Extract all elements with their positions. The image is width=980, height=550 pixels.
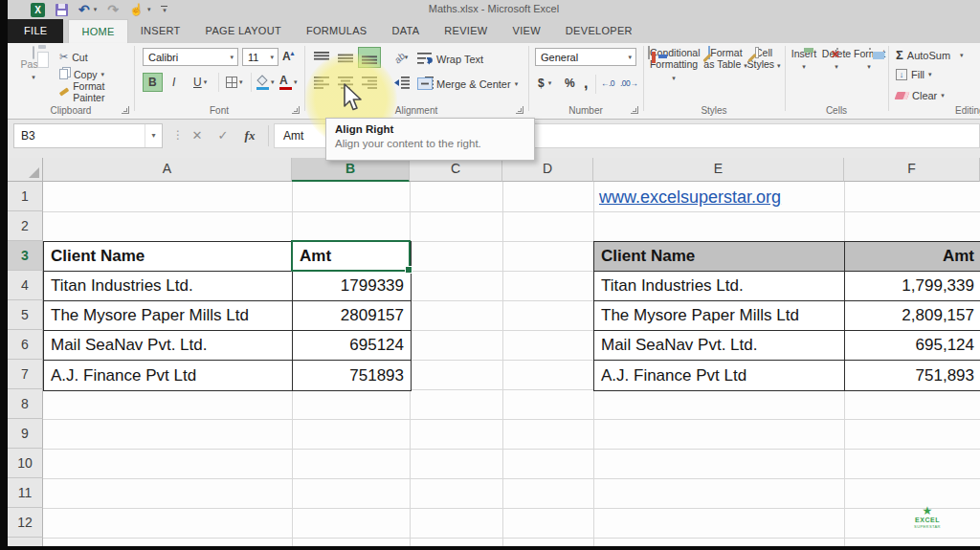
- table-cell[interactable]: The Mysore Paper Mills Ltd: [594, 301, 845, 331]
- column-header-a[interactable]: A: [43, 158, 292, 182]
- table-cell[interactable]: Mail SeaNav Pvt. Ltd.: [594, 331, 845, 361]
- accounting-format-button[interactable]: $ ▾: [538, 75, 551, 91]
- cancel-entry-button[interactable]: ✕: [186, 123, 209, 148]
- insert-function-button[interactable]: fx: [238, 123, 261, 148]
- percent-style-button[interactable]: %: [565, 75, 575, 91]
- tab-data[interactable]: DATA: [379, 19, 432, 43]
- number-format-combobox[interactable]: General ▾: [535, 48, 636, 66]
- cells-group-label: Cells: [785, 105, 888, 116]
- hyperlink-excelsuperstar[interactable]: www.excelsuperstar.org: [599, 184, 781, 211]
- row-header-8[interactable]: 8: [8, 389, 43, 419]
- paste-button[interactable]: Paste ▾: [13, 47, 54, 108]
- cut-button[interactable]: ✂ Cut: [59, 49, 88, 65]
- column-header-f[interactable]: F: [844, 158, 980, 182]
- bold-button[interactable]: B: [143, 73, 163, 92]
- borders-button[interactable]: ▾: [226, 73, 243, 92]
- table-cell[interactable]: 695,124: [845, 331, 980, 361]
- table-cell[interactable]: 2809157: [293, 301, 411, 331]
- tab-review[interactable]: REVIEW: [432, 19, 500, 43]
- name-box-caret-icon[interactable]: ▾: [145, 124, 162, 147]
- left-table-header-name[interactable]: Client Name: [44, 242, 293, 272]
- format-cells-button[interactable]: Format ▾: [854, 48, 884, 71]
- underline-button[interactable]: U ▾: [193, 73, 207, 92]
- format-as-table-button[interactable]: Format as Table ▾: [702, 47, 748, 71]
- row-header-5[interactable]: 5: [8, 300, 43, 330]
- left-table-header-amt[interactable]: Amt: [293, 242, 411, 272]
- column-header-b[interactable]: B: [292, 158, 410, 182]
- merge-center-button[interactable]: Merge & Center ▾: [417, 76, 518, 92]
- clipboard-dialog-launcher-icon[interactable]: [122, 106, 129, 114]
- table-cell[interactable]: Titan Industries Ltd.: [44, 272, 293, 301]
- table-cell[interactable]: Mail SeaNav Pvt. Ltd.: [44, 331, 293, 361]
- font-color-button[interactable]: A ▾: [279, 73, 298, 92]
- orientation-button[interactable]: ab ▾: [390, 47, 412, 68]
- group-cells: Insert ▾ ✕ Delete ▾ Format ▾ Cells: [785, 43, 888, 119]
- font-size-combobox[interactable]: 11 ▾: [242, 48, 278, 66]
- cell-styles-button[interactable]: Cell Styles ▾: [746, 47, 781, 71]
- row-header-3[interactable]: 3: [8, 241, 43, 271]
- table-cell[interactable]: The Mysore Paper Mills Ltd: [44, 301, 293, 331]
- autosum-button[interactable]: Σ AutoSum ▾: [896, 48, 964, 62]
- italic-button[interactable]: I: [172, 73, 175, 92]
- table-cell[interactable]: 751,893: [845, 361, 980, 390]
- row-header-1[interactable]: 1: [8, 182, 43, 211]
- row-header-12[interactable]: 12: [8, 508, 43, 538]
- row-header-11[interactable]: 11: [8, 478, 43, 508]
- tab-file[interactable]: FILE: [8, 19, 63, 43]
- font-color-icon: A: [279, 75, 292, 90]
- middle-align-button[interactable]: [334, 47, 357, 68]
- center-button[interactable]: [334, 72, 357, 93]
- comma-style-button[interactable]: ,: [584, 75, 588, 91]
- row-header-4[interactable]: 4: [8, 271, 43, 300]
- name-box[interactable]: B3 ▾: [13, 123, 163, 148]
- table-cell[interactable]: A.J. Finance Pvt Ltd: [594, 361, 845, 390]
- row-header-2[interactable]: 2: [8, 211, 43, 241]
- font-family-combobox[interactable]: Calibri ▾: [143, 48, 238, 66]
- table-cell[interactable]: 751893: [293, 361, 411, 390]
- select-all-button[interactable]: [8, 158, 43, 182]
- tab-page-layout[interactable]: PAGE LAYOUT: [193, 19, 294, 43]
- conditional-formatting-button[interactable]: Conditional Formatting ▾: [648, 47, 700, 82]
- grow-font-button[interactable]: A▴: [282, 50, 294, 63]
- column-header-d[interactable]: D: [502, 158, 593, 182]
- format-painter-button[interactable]: Format Painter: [59, 83, 134, 99]
- decrease-indent-button[interactable]: [390, 72, 412, 93]
- insert-cells-button[interactable]: Insert ▾: [789, 48, 819, 71]
- alignment-dialog-launcher-icon[interactable]: [516, 106, 523, 114]
- fill-button[interactable]: ↓ Fill ▾: [896, 69, 932, 80]
- column-header-e[interactable]: E: [593, 158, 844, 182]
- table-cell[interactable]: A.J. Finance Pvt Ltd: [44, 361, 293, 390]
- confirm-entry-button[interactable]: ✓: [212, 123, 234, 148]
- align-left-button[interactable]: [310, 72, 333, 93]
- clear-button[interactable]: Clear ▾: [896, 90, 945, 101]
- tab-view[interactable]: VIEW: [501, 19, 553, 43]
- decrease-decimal-button[interactable]: .00→: [620, 75, 637, 91]
- column-header-c[interactable]: C: [410, 158, 502, 182]
- row-header-6[interactable]: 6: [8, 330, 43, 360]
- fill-color-button[interactable]: ▾: [256, 73, 275, 92]
- table-cell[interactable]: 695124: [293, 331, 411, 361]
- font-size-caret-icon: ▾: [266, 54, 278, 61]
- row-header-7[interactable]: 7: [8, 360, 43, 389]
- align-right-button[interactable]: [358, 72, 381, 93]
- paste-caret-icon: ▾: [32, 74, 35, 80]
- row-header-10[interactable]: 10: [8, 449, 43, 478]
- row-header-9[interactable]: 9: [8, 419, 43, 449]
- bottom-align-button[interactable]: [358, 47, 381, 68]
- increase-decimal-button[interactable]: ←.0: [601, 75, 614, 91]
- table-cell[interactable]: 2,809,157: [845, 301, 980, 331]
- tab-insert[interactable]: INSERT: [128, 19, 193, 43]
- number-dialog-launcher-icon[interactable]: [631, 106, 638, 114]
- wrap-text-button[interactable]: Wrap Text: [417, 51, 483, 67]
- tab-formulas[interactable]: FORMULAS: [294, 19, 380, 43]
- right-table-header-name[interactable]: Client Name: [594, 242, 845, 272]
- top-align-button[interactable]: [310, 47, 333, 68]
- font-dialog-launcher-icon[interactable]: [292, 106, 300, 114]
- table-cell[interactable]: 1,799,339: [845, 272, 980, 301]
- table-cell[interactable]: Titan Industries Ltd.: [594, 272, 845, 301]
- delete-cells-button[interactable]: ✕ Delete ▾: [821, 48, 852, 71]
- tab-developer[interactable]: DEVELOPER: [553, 19, 645, 43]
- tab-home[interactable]: HOME: [68, 19, 127, 43]
- table-cell[interactable]: 1799339: [293, 272, 411, 301]
- right-table-header-amt[interactable]: Amt: [845, 242, 980, 272]
